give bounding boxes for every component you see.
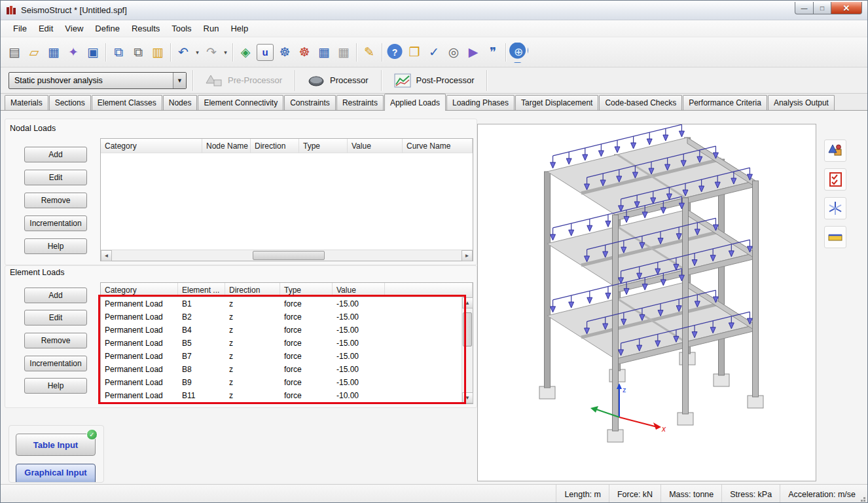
table-row[interactable]: Permanent Load B9 z force -15.00 (101, 376, 473, 389)
model-viewport[interactable]: zx (477, 124, 816, 481)
table-row[interactable]: Permanent Load B5 z force -15.00 (101, 337, 473, 350)
minimize-button[interactable]: — (795, 2, 814, 14)
post-processor-button[interactable]: Post-Processor (388, 70, 481, 91)
preview-icon[interactable]: ◎ (444, 42, 463, 63)
save-icon[interactable]: ▣ (83, 42, 103, 63)
element-remove-button[interactable]: Remove (24, 333, 87, 348)
column-header-type[interactable]: Type (299, 139, 348, 153)
column-header-curve-name[interactable]: Curve Name (403, 139, 473, 153)
checklist-icon[interactable] (824, 168, 846, 191)
table-row[interactable]: Permanent Load B7 z force -15.00 (101, 350, 473, 363)
settings-icon[interactable]: ☸ (275, 42, 295, 63)
nodal-horizontal-scrollbar[interactable]: ◄ ► (101, 250, 473, 261)
table-row[interactable]: Permanent Load B1 z force -15.00 (101, 297, 473, 310)
combo-dropdown-icon[interactable]: ▼ (173, 73, 186, 88)
beam-section-icon[interactable] (824, 226, 846, 248)
scroll-thumb[interactable] (253, 251, 325, 260)
copy-icon[interactable]: ⧉ (128, 42, 148, 63)
title-bar[interactable]: SeismoStruct * [Untitled.spf] — □ ✕ (1, 1, 867, 20)
tab-code-based-checks[interactable]: Code-based Checks (599, 95, 682, 110)
maximize-button[interactable]: □ (814, 2, 831, 14)
forum-icon[interactable]: ❞ (483, 42, 503, 63)
scroll-down-icon[interactable]: ▼ (462, 392, 473, 403)
tab-target-displacement[interactable]: Target Displacement (515, 95, 598, 110)
menu-run[interactable]: Run (198, 22, 225, 35)
tab-loading-phases[interactable]: Loading Phases (446, 95, 515, 110)
display-shapes-icon[interactable] (824, 140, 846, 162)
print-icon[interactable]: ⧉ (109, 42, 128, 63)
nodal-add-button[interactable]: Add (24, 147, 87, 162)
table-input-button[interactable]: Table Input (16, 434, 96, 456)
table-row[interactable]: Permanent Load B8 z force -15.00 (101, 363, 473, 376)
menu-view[interactable]: View (59, 22, 89, 35)
scroll-track[interactable] (462, 308, 473, 392)
column-header-direction[interactable]: Direction (251, 139, 299, 153)
element-connectivity-icon[interactable]: ◈ (236, 42, 255, 63)
wizard-icon[interactable]: ✦ (63, 42, 83, 63)
tab-materials[interactable]: Materials (5, 95, 48, 110)
input-tables-icon[interactable]: ▦ (44, 42, 63, 63)
axes-icon[interactable] (824, 197, 846, 219)
tab-nodes[interactable]: Nodes (163, 95, 198, 110)
redo-icon[interactable]: ↷ (202, 42, 221, 63)
menu-edit[interactable]: Edit (33, 22, 59, 35)
nodal-help-button[interactable]: Help (24, 238, 87, 254)
menu-define[interactable]: Define (89, 22, 126, 35)
graphical-input-button[interactable]: Graphical Input (16, 464, 96, 483)
tab-sections[interactable]: Sections (49, 95, 91, 110)
grid-view-icon[interactable]: ▦ (334, 42, 353, 63)
processor-button[interactable]: Processor (301, 70, 375, 91)
units-converter-icon[interactable]: u (257, 44, 274, 61)
open-project-icon[interactable]: ▱ (24, 42, 44, 63)
column-header-node-name[interactable]: Node Name (202, 139, 251, 153)
scroll-left-icon[interactable]: ◄ (101, 250, 112, 261)
analysis-type-select[interactable]: Static pushover analysis ▼ (9, 72, 187, 89)
tutorial-videos-icon[interactable]: ▶ (463, 42, 483, 63)
nodal-edit-button[interactable]: Edit (24, 170, 87, 185)
new-project-icon[interactable]: ▤ (5, 42, 24, 63)
column-header-direction[interactable]: Direction (225, 283, 280, 297)
undo-icon[interactable]: ↶ (173, 42, 193, 63)
nodal-remove-button[interactable]: Remove (24, 193, 87, 208)
scroll-track[interactable] (112, 250, 461, 261)
redo-dropdown-icon[interactable]: ▾ (221, 42, 230, 63)
format-brush-icon[interactable]: ✎ (359, 42, 379, 63)
element-edit-button[interactable]: Edit (24, 310, 87, 326)
column-header-blank[interactable] (385, 283, 473, 297)
tab-performance-criteria[interactable]: Performance Criteria (683, 95, 767, 110)
close-button[interactable]: ✕ (831, 2, 862, 14)
help-icon[interactable]: ? (385, 42, 405, 63)
column-header-category[interactable]: Category (101, 283, 178, 297)
menu-results[interactable]: Results (126, 22, 166, 35)
undo-dropdown-icon[interactable]: ▾ (193, 42, 202, 63)
menu-help[interactable]: Help (225, 22, 254, 35)
website-icon[interactable]: ⊕ (509, 42, 528, 63)
table-row[interactable]: Permanent Load B11 z force -10.00 (101, 389, 473, 402)
column-header-value[interactable]: Value (333, 283, 385, 297)
menu-tools[interactable]: Tools (166, 22, 197, 35)
column-header-element-name[interactable]: Element ... (178, 283, 225, 297)
element-incrementation-button[interactable]: Incrementation (24, 356, 87, 371)
tab-element-connectivity[interactable]: Element Connectivity (198, 95, 283, 110)
tab-constraints[interactable]: Constraints (284, 95, 336, 110)
nodal-table-body[interactable] (101, 153, 473, 251)
tab-element-classes[interactable]: Element Classes (92, 95, 162, 110)
model-3d-view[interactable]: zx (478, 124, 816, 481)
tips-icon[interactable]: ❐ (405, 42, 424, 63)
element-vertical-scrollbar[interactable]: ▲ ▼ (461, 297, 473, 403)
menu-file[interactable]: File (7, 22, 33, 35)
tab-restraints[interactable]: Restraints (336, 95, 384, 110)
table-row[interactable]: Permanent Load B2 z force -15.00 (101, 310, 473, 324)
table-view-icon[interactable]: ▦ (314, 42, 334, 63)
table-row[interactable]: Permanent Load B4 z force -15.00 (101, 324, 473, 337)
tab-applied-loads[interactable]: Applied Loads (384, 94, 446, 111)
column-header-category[interactable]: Category (101, 139, 202, 153)
scroll-right-icon[interactable]: ► (461, 250, 473, 261)
column-header-type[interactable]: Type (280, 283, 333, 297)
resize-grip[interactable] (858, 485, 867, 503)
paste-icon[interactable]: ▥ (148, 42, 168, 63)
element-add-button[interactable]: Add (24, 288, 87, 303)
pre-processor-button[interactable]: Pre-Processor (199, 70, 289, 91)
project-settings-icon[interactable]: ☸ (295, 42, 314, 63)
nodal-incrementation-button[interactable]: Incrementation (24, 215, 87, 231)
